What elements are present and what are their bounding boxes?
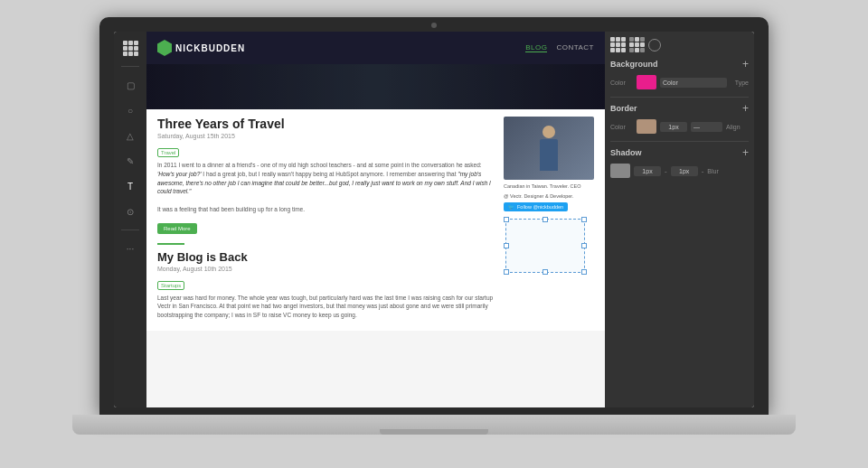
site-hero bbox=[146, 64, 605, 109]
selection-area bbox=[504, 217, 594, 276]
post-2-date: Monday, August 10th 2015 bbox=[157, 266, 495, 272]
blog-sidebar: Canadian in Taiwan. Traveler. CEO @ Vect… bbox=[504, 117, 594, 323]
background-section: Background + Color Color Gradient Image … bbox=[610, 58, 749, 89]
screen-bezel: ▢ ○ △ ✎ T ⊙ ··· NICKBUDDEN BLOG bbox=[99, 17, 769, 415]
border-style-select[interactable]: — ·· -- bbox=[691, 122, 722, 132]
sidebar-divider-2 bbox=[121, 229, 139, 230]
twitter-icon: 🐦 bbox=[508, 204, 514, 210]
shadow-section: Shadow + - - Blur bbox=[610, 146, 749, 178]
border-width-input[interactable] bbox=[660, 122, 687, 132]
shadow-y-input[interactable] bbox=[671, 166, 698, 176]
type-label: Type bbox=[731, 80, 749, 86]
sidebar-icon-square[interactable]: ▢ bbox=[121, 76, 139, 94]
panel-grid-icon-2[interactable] bbox=[629, 37, 645, 52]
background-color-swatch[interactable] bbox=[637, 75, 656, 89]
post-2-body: Last year was hard for money. The whole … bbox=[157, 294, 495, 320]
panel-divider-1 bbox=[610, 97, 749, 98]
border-align-label: Align bbox=[726, 124, 749, 130]
blog-main: Three Years of Travel Saturday, August 1… bbox=[157, 117, 495, 323]
background-section-title: Background bbox=[610, 60, 658, 69]
handle-tr[interactable] bbox=[581, 217, 587, 222]
profile-figure bbox=[535, 126, 562, 180]
post-1-body: In 2011 I went to a dinner at a friend's… bbox=[157, 161, 495, 214]
profile-body bbox=[540, 139, 558, 171]
sidebar-icon-dots[interactable]: ··· bbox=[121, 239, 139, 257]
post-1-date: Saturday, August 15th 2015 bbox=[157, 133, 495, 139]
border-plus-icon[interactable]: + bbox=[742, 102, 749, 115]
sidebar-icon-pen[interactable]: ✎ bbox=[121, 152, 139, 170]
screen-content: ▢ ○ △ ✎ T ⊙ ··· NICKBUDDEN BLOG bbox=[114, 32, 754, 407]
handle-tm[interactable] bbox=[542, 217, 548, 222]
read-more-button[interactable]: Read More bbox=[157, 223, 197, 234]
blog-content: Three Years of Travel Saturday, August 1… bbox=[146, 109, 605, 331]
selection-box[interactable] bbox=[505, 219, 585, 273]
site-nav: BLOG CONTACT bbox=[525, 43, 594, 52]
hero-overlay bbox=[146, 64, 605, 109]
sidebar-divider-1 bbox=[121, 66, 139, 67]
website-preview: NICKBUDDEN BLOG CONTACT bbox=[146, 32, 605, 407]
laptop: ▢ ○ △ ✎ T ⊙ ··· NICKBUDDEN BLOG bbox=[81, 17, 787, 451]
handle-bm[interactable] bbox=[542, 269, 548, 275]
sidebar-icon-triangle[interactable]: △ bbox=[121, 126, 139, 145]
blog-divider bbox=[157, 243, 184, 245]
post-1-title: Three Years of Travel bbox=[157, 117, 495, 131]
blog-post-2: My Blog is Back Monday, August 10th 2015… bbox=[157, 250, 495, 320]
panel-grid-icon[interactable] bbox=[610, 37, 626, 52]
shadow-section-title: Shadow bbox=[610, 148, 642, 157]
shadow-x-input[interactable] bbox=[634, 166, 661, 176]
shadow-blur-label: Blur bbox=[707, 168, 730, 174]
sidebar-icon-text[interactable]: T bbox=[121, 177, 139, 195]
sidebar-bio-2: @ Vectr. Designer & Developer. bbox=[504, 193, 594, 201]
handle-rm[interactable] bbox=[581, 243, 587, 248]
border-color-label: Color bbox=[610, 124, 633, 130]
handle-lm[interactable] bbox=[504, 243, 509, 248]
sidebar-bio-1: Canadian in Taiwan. Traveler. CEO bbox=[504, 183, 594, 191]
follow-label: Follow @nickbudden bbox=[517, 204, 563, 210]
handle-br[interactable] bbox=[581, 269, 587, 275]
border-row: Color — ·· -- Align bbox=[610, 119, 749, 134]
post-2-tag[interactable]: Startups bbox=[157, 281, 184, 290]
sidebar-icon-grid[interactable] bbox=[121, 39, 139, 57]
post-1-tag[interactable]: Travel bbox=[157, 148, 179, 157]
background-plus-icon[interactable]: + bbox=[742, 58, 749, 70]
border-color-swatch[interactable] bbox=[637, 119, 656, 134]
profile-head bbox=[542, 126, 555, 138]
border-section-title: Border bbox=[610, 104, 637, 113]
logo-shield-icon bbox=[157, 40, 172, 56]
panel-divider-2 bbox=[610, 141, 749, 142]
nav-blog[interactable]: BLOG bbox=[525, 43, 547, 52]
right-panel: Background + Color Color Gradient Image … bbox=[605, 32, 754, 407]
panel-top-icons bbox=[610, 37, 749, 52]
follow-button[interactable]: 🐦 Follow @nickbudden bbox=[504, 202, 568, 211]
handle-bl[interactable] bbox=[504, 269, 509, 275]
background-color-row: Color Color Gradient Image Type bbox=[610, 75, 749, 89]
shadow-row: - - Blur bbox=[610, 164, 749, 178]
logo-text: NICKBUDDEN bbox=[175, 43, 245, 53]
sidebar-icon-camera[interactable]: ⊙ bbox=[121, 202, 139, 220]
shadow-plus-icon[interactable]: + bbox=[742, 146, 749, 159]
sidebar-icon-circle[interactable]: ○ bbox=[121, 101, 139, 119]
camera-dot bbox=[431, 23, 437, 28]
post-2-title: My Blog is Back bbox=[157, 250, 495, 264]
border-section: Border + Color — ·· -- Align bbox=[610, 102, 749, 134]
background-type-select[interactable]: Color Gradient Image bbox=[660, 78, 727, 88]
nav-contact[interactable]: CONTACT bbox=[556, 43, 594, 52]
panel-circle-icon[interactable] bbox=[648, 39, 661, 51]
site-header: NICKBUDDEN BLOG CONTACT bbox=[146, 32, 605, 64]
blog-post-1: Three Years of Travel Saturday, August 1… bbox=[157, 117, 495, 234]
app-sidebar: ▢ ○ △ ✎ T ⊙ ··· bbox=[114, 32, 146, 407]
handle-tl[interactable] bbox=[504, 217, 509, 222]
color-label: Color bbox=[610, 80, 633, 86]
shadow-color-swatch[interactable] bbox=[610, 164, 630, 178]
profile-image bbox=[504, 117, 594, 180]
site-logo: NICKBUDDEN bbox=[157, 40, 245, 56]
laptop-base bbox=[72, 415, 796, 435]
